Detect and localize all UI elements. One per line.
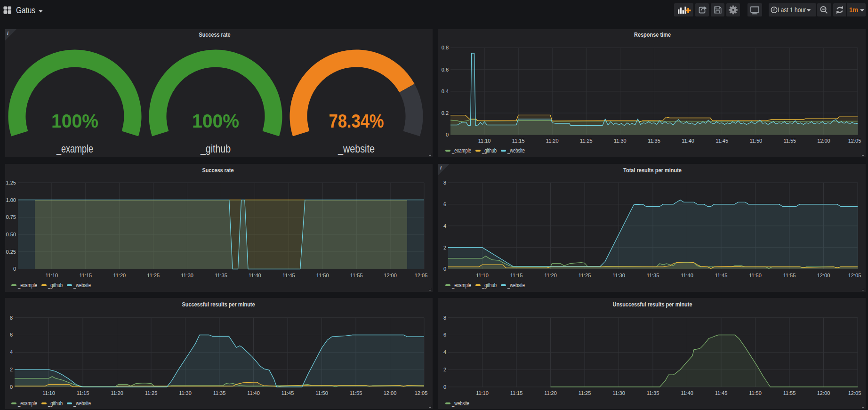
svg-text:100%: 100% [51, 111, 98, 131]
svg-text:4: 4 [443, 223, 446, 229]
svg-text:11:15: 11:15 [510, 273, 523, 278]
svg-text:11:40: 11:40 [681, 273, 693, 278]
svg-text:0.2: 0.2 [442, 110, 449, 116]
svg-text:12:05: 12:05 [415, 273, 428, 278]
svg-text:11:10: 11:10 [46, 273, 58, 278]
svg-text:12:05: 12:05 [848, 390, 861, 396]
svg-text:_example: _example [17, 400, 37, 407]
svg-text:0: 0 [10, 384, 13, 390]
svg-text:11:55: 11:55 [783, 273, 796, 278]
svg-text:_github: _github [482, 282, 497, 289]
svg-text:100%: 100% [192, 111, 239, 131]
svg-text:12:00: 12:00 [384, 273, 397, 278]
svg-text:12:00: 12:00 [817, 138, 830, 144]
svg-text:12:05: 12:05 [848, 273, 861, 278]
svg-text:Success rate: Success rate [202, 167, 234, 174]
svg-text:0: 0 [443, 266, 446, 272]
svg-text:11:20: 11:20 [544, 273, 557, 278]
svg-text:1.00: 1.00 [6, 197, 16, 203]
svg-text:11:35: 11:35 [648, 138, 660, 144]
svg-text:11:40: 11:40 [681, 390, 693, 396]
svg-text:_website: _website [507, 147, 525, 154]
svg-text:Response time: Response time [634, 31, 671, 38]
svg-text:11:20: 11:20 [546, 138, 559, 144]
svg-text:6: 6 [443, 201, 446, 207]
svg-text:11:25: 11:25 [580, 138, 593, 144]
svg-text:_example: _example [451, 147, 471, 154]
svg-text:11:50: 11:50 [749, 138, 762, 144]
svg-text:2: 2 [443, 367, 446, 372]
svg-text:11:30: 11:30 [179, 390, 192, 396]
svg-text:11:20: 11:20 [544, 390, 557, 396]
svg-text:11:45: 11:45 [281, 390, 294, 396]
svg-text:11:15: 11:15 [510, 390, 523, 396]
svg-text:11:15: 11:15 [512, 138, 525, 144]
svg-text:11:15: 11:15 [77, 390, 89, 396]
svg-text:11:40: 11:40 [247, 390, 260, 396]
svg-text:11:30: 11:30 [614, 138, 627, 144]
svg-text:_github: _github [200, 142, 231, 155]
svg-text:Successful results per minute: Successful results per minute [182, 301, 255, 308]
svg-text:0.50: 0.50 [6, 232, 16, 237]
svg-text:11:40: 11:40 [682, 138, 694, 144]
svg-text:11:35: 11:35 [215, 273, 227, 278]
svg-text:1.25: 1.25 [6, 180, 16, 185]
svg-text:8: 8 [10, 315, 13, 321]
svg-text:4: 4 [10, 349, 13, 355]
svg-text:11:45: 11:45 [715, 390, 728, 396]
svg-text:11:55: 11:55 [350, 390, 362, 396]
svg-text:11:55: 11:55 [783, 138, 796, 144]
svg-text:11:45: 11:45 [282, 273, 295, 278]
svg-text:11:50: 11:50 [749, 273, 762, 278]
svg-text:8: 8 [443, 315, 446, 321]
svg-text:11:10: 11:10 [476, 273, 489, 278]
svg-text:_example: _example [56, 142, 93, 155]
svg-text:12:05: 12:05 [848, 138, 861, 144]
svg-text:1m: 1m [849, 6, 858, 14]
svg-text:11:10: 11:10 [42, 390, 55, 396]
svg-text:6: 6 [10, 332, 13, 338]
svg-text:6: 6 [443, 332, 446, 338]
svg-text:_github: _github [48, 400, 63, 407]
svg-text:0: 0 [446, 132, 449, 137]
svg-text:_github: _github [48, 282, 63, 289]
svg-text:12:00: 12:00 [384, 390, 397, 396]
svg-text:11:35: 11:35 [647, 390, 659, 396]
svg-text:11:30: 11:30 [612, 273, 625, 278]
svg-text:11:35: 11:35 [213, 390, 226, 396]
svg-text:Last 1 hour: Last 1 hour [778, 6, 806, 14]
svg-text:0.4: 0.4 [442, 88, 449, 94]
svg-text:11:25: 11:25 [147, 273, 160, 278]
svg-text:11:45: 11:45 [715, 138, 728, 144]
svg-text:0.75: 0.75 [6, 214, 16, 220]
svg-text:2: 2 [443, 245, 446, 250]
svg-text:12:00: 12:00 [817, 273, 830, 278]
svg-text:11:10: 11:10 [478, 138, 491, 144]
svg-text:Success rate: Success rate [199, 31, 231, 38]
svg-text:Gatus: Gatus [16, 6, 35, 15]
svg-text:11:10: 11:10 [476, 390, 489, 396]
svg-text:_website: _website [73, 400, 91, 407]
svg-text:11:25: 11:25 [579, 390, 591, 396]
svg-text:4: 4 [443, 349, 446, 355]
svg-text:0: 0 [443, 384, 446, 390]
svg-text:11:30: 11:30 [181, 273, 193, 278]
svg-text:11:15: 11:15 [79, 273, 92, 278]
svg-text:Unsuccessful results per minut: Unsuccessful results per minute [613, 301, 692, 308]
svg-text:8: 8 [443, 180, 446, 185]
svg-text:11:25: 11:25 [579, 273, 591, 278]
svg-text:0: 0 [13, 266, 16, 272]
svg-text:Total results per minute: Total results per minute [623, 167, 682, 174]
svg-text:2: 2 [10, 367, 13, 372]
svg-text:11:50: 11:50 [749, 390, 762, 396]
svg-text:11:50: 11:50 [316, 273, 329, 278]
svg-text:_example: _example [17, 282, 37, 289]
svg-text:11:45: 11:45 [715, 273, 728, 278]
svg-text:78.34%: 78.34% [329, 111, 384, 131]
svg-text:11:50: 11:50 [315, 390, 328, 396]
svg-text:_github: _github [482, 147, 497, 154]
svg-text:_website: _website [73, 282, 91, 289]
svg-text:11:25: 11:25 [145, 390, 158, 396]
svg-text:11:30: 11:30 [612, 390, 625, 396]
svg-text:11:35: 11:35 [647, 273, 659, 278]
